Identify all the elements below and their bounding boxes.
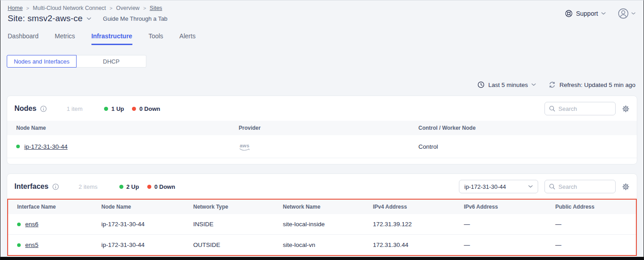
col-ipv6-address: IPv6 Address [464, 200, 555, 214]
search-icon [549, 105, 555, 112]
refresh-control[interactable]: Refresh: Updated 5 min ago [549, 81, 635, 88]
tab-tools[interactable]: Tools [149, 32, 163, 45]
time-range-selector[interactable]: Last 5 minutes [477, 81, 536, 88]
nodes-table-header-row: Node Name Provider Control / Worker Node [7, 121, 637, 135]
page-title: Site: smsv2-aws-ce [8, 14, 83, 23]
node-status-dot [16, 145, 20, 148]
interfaces-status-summary: 2 Up 0 Down [119, 183, 175, 190]
breadcrumb-separator: > [143, 5, 146, 11]
interfaces-search-box [544, 180, 616, 193]
interfaces-down-status: 0 Down [147, 183, 175, 190]
page-header: Home > Multi-Cloud Network Connect > Ove… [0, 0, 644, 23]
interface-network-name: site-local-vn [283, 235, 373, 255]
interfaces-down-label: 0 Down [154, 183, 175, 190]
subtab-dhcp[interactable]: DHCP [77, 55, 146, 68]
subtab-nodes-and-interfaces[interactable]: Nodes and Interfaces [7, 55, 77, 68]
interface-network-type: OUTSIDE [193, 235, 283, 255]
interface-row-ens6: ens6 ip-172-31-30-44 INSIDE site-local-i… [8, 214, 636, 235]
interfaces-up-label: 2 Up [127, 183, 139, 190]
col-node-name: Node Name [7, 121, 239, 135]
nodes-info-icon[interactable] [40, 105, 47, 112]
interfaces-up-status: 2 Up [119, 183, 139, 190]
interfaces-search-input[interactable] [558, 183, 611, 190]
breadcrumb-home[interactable]: Home [8, 5, 23, 11]
guide-me-link[interactable]: Guide Me Through a Tab [103, 15, 168, 22]
app-window: Home > Multi-Cloud Network Connect > Ove… [0, 0, 644, 260]
interfaces-card-header: Interfaces 2 items 2 Up 0 Down ip [7, 174, 637, 199]
nodes-header-controls [544, 102, 630, 115]
interface-network-name: site-local-inside [283, 214, 373, 234]
time-range-chevron-down-icon [531, 83, 536, 86]
subtab-bar: Nodes and Interfaces DHCP [7, 55, 644, 68]
user-menu[interactable] [617, 8, 635, 19]
support-label: Support [576, 10, 598, 17]
col-provider: Provider [239, 121, 418, 135]
col-node-name: Node Name [101, 200, 193, 214]
site-switcher-chevron-down-icon[interactable] [86, 17, 91, 20]
tab-infrastructure[interactable]: Infrastructure [91, 32, 132, 45]
nodes-down-status: 0 Down [132, 105, 160, 112]
support-menu[interactable]: Support [565, 9, 606, 18]
refresh-label: Refresh: Updated 5 min ago [559, 82, 635, 88]
tab-metrics[interactable]: Metrics [55, 32, 75, 45]
interface-ipv4: 172.31.30.44 [373, 235, 464, 255]
breadcrumb-mcn: Multi-Cloud Network Connect [33, 5, 106, 11]
interface-ipv6: — [464, 214, 555, 234]
nodes-settings-gear-icon[interactable] [622, 105, 630, 113]
avatar-icon [617, 8, 629, 19]
up-status-dot [104, 107, 108, 111]
clock-icon [477, 81, 485, 88]
nodes-search-box [544, 102, 616, 115]
col-network-name: Network Name [283, 200, 373, 214]
tab-bar: Dashboard Metrics Infrastructure Tools A… [0, 32, 644, 45]
nodes-title: Nodes [14, 105, 36, 113]
interface-ipv4: 172.31.39.122 [373, 214, 464, 234]
node-filter-select[interactable]: ip-172-31-30-44 [459, 180, 538, 193]
node-filter-value: ip-172-31-30-44 [464, 183, 506, 190]
nodes-card-header: Nodes 1 item 1 Up 0 Down [7, 96, 637, 121]
col-public-address: Public Address [555, 200, 636, 214]
window-bottom-bar [0, 257, 644, 260]
user-chevron-down-icon [631, 12, 635, 15]
tab-alerts[interactable]: Alerts [179, 32, 195, 45]
interface-network-type: INSIDE [193, 214, 283, 234]
col-ipv4-address: IPv4 Address [373, 200, 464, 214]
breadcrumb-overview: Overview [116, 5, 140, 11]
interface-name-link[interactable]: ens5 [25, 242, 38, 248]
interface-node: ip-172-31-30-44 [101, 214, 193, 234]
nodes-up-label: 1 Up [111, 105, 124, 112]
nodes-card: Nodes 1 item 1 Up 0 Down [7, 96, 637, 164]
aws-provider-text: aws [240, 143, 249, 148]
search-icon [549, 183, 555, 190]
interface-node: ip-172-31-30-44 [101, 235, 193, 255]
node-role: Control [418, 137, 637, 157]
col-network-type: Network Type [193, 200, 283, 214]
nodes-search-input[interactable] [558, 105, 611, 112]
support-lifebuoy-icon [565, 9, 573, 18]
nodes-down-label: 0 Down [139, 105, 160, 112]
time-range-label: Last 5 minutes [488, 82, 528, 88]
tab-dashboard[interactable]: Dashboard [8, 32, 39, 45]
interfaces-settings-gear-icon[interactable] [622, 183, 630, 191]
breadcrumb-sites[interactable]: Sites [150, 5, 162, 11]
interface-row-ens5: ens5 ip-172-31-30-44 OUTSIDE site-local-… [8, 235, 636, 255]
interfaces-item-count: 2 items [79, 183, 98, 190]
interfaces-card: Interfaces 2 items 2 Up 0 Down ip [7, 173, 637, 260]
interface-name-link[interactable]: ens6 [25, 221, 38, 228]
down-status-dot [132, 107, 136, 111]
breadcrumb: Home > Multi-Cloud Network Connect > Ove… [8, 5, 636, 11]
node-name-link[interactable]: ip-172-31-30-44 [24, 143, 68, 150]
col-interface-name: Interface Name [8, 200, 101, 214]
interfaces-info-icon[interactable] [52, 183, 59, 190]
nodes-status-summary: 1 Up 0 Down [104, 105, 160, 112]
breadcrumb-separator: > [26, 5, 29, 11]
interface-status-dot [17, 223, 21, 226]
breadcrumb-separator: > [109, 5, 112, 11]
interfaces-header-controls: ip-172-31-30-44 [459, 180, 630, 193]
title-row: Site: smsv2-aws-ce Guide Me Through a Ta… [8, 14, 636, 23]
aws-provider-icon: aws [239, 143, 250, 151]
refresh-icon [549, 81, 556, 88]
interface-ipv6: — [464, 235, 555, 255]
interfaces-title: Interfaces [14, 182, 49, 191]
interface-public: — [555, 214, 636, 234]
